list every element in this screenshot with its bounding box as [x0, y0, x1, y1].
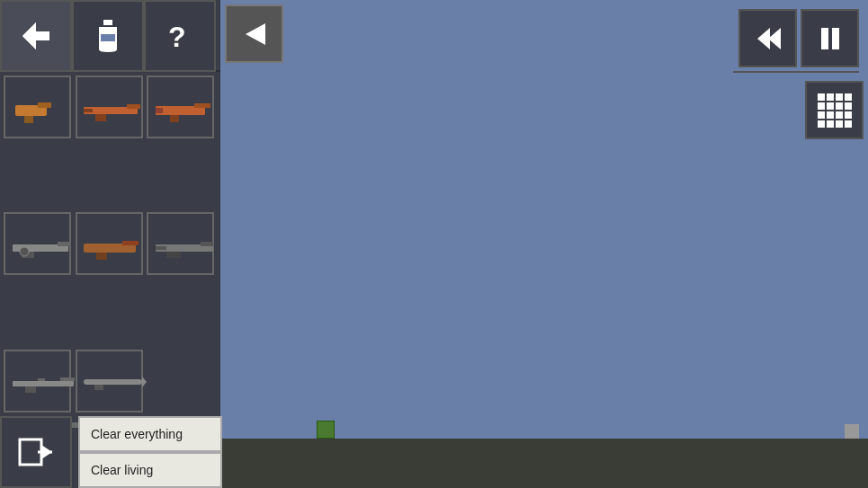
weapon-cell-rocket[interactable]	[76, 350, 143, 413]
help-button[interactable]: ?	[144, 0, 216, 72]
svg-marker-34	[246, 23, 265, 45]
svg-marker-1	[22, 22, 49, 49]
weapon-cell-rifle[interactable]	[76, 75, 143, 138]
pause-button[interactable]	[801, 9, 859, 67]
svg-point-19	[20, 247, 29, 256]
sidebar: ?	[0, 0, 220, 488]
entity	[845, 424, 859, 439]
svg-rect-30	[38, 378, 45, 381]
svg-rect-9	[95, 114, 106, 121]
rewind-button[interactable]	[738, 9, 797, 67]
svg-rect-18	[58, 242, 70, 246]
grid-button[interactable]	[805, 81, 864, 139]
back-button[interactable]	[225, 4, 283, 63]
svg-rect-38	[832, 28, 839, 49]
svg-rect-14	[194, 103, 210, 108]
svg-rect-6	[24, 116, 33, 123]
weapon-cell-sniper[interactable]	[4, 350, 71, 413]
weapon-cell-pistol[interactable]	[4, 75, 71, 138]
svg-rect-22	[122, 241, 139, 245]
svg-rect-21	[96, 253, 107, 260]
green-object	[317, 421, 335, 439]
weapon-cell-mg[interactable]	[147, 212, 214, 275]
clear-everything-button[interactable]: Clear everything	[78, 416, 222, 452]
svg-rect-13	[170, 115, 179, 122]
transport-controls	[729, 4, 864, 76]
context-menu: Clear everything Clear living	[78, 416, 222, 488]
weapon-cell-smg[interactable]	[147, 75, 214, 138]
weapon-cell-lmg[interactable]	[4, 212, 71, 275]
ground	[220, 439, 868, 488]
svg-rect-28	[25, 386, 36, 393]
svg-rect-15	[156, 108, 163, 113]
svg-rect-2	[103, 20, 112, 25]
svg-marker-36	[768, 28, 781, 49]
svg-rect-7	[38, 102, 51, 108]
svg-rect-10	[127, 104, 140, 109]
svg-rect-37	[821, 28, 828, 49]
svg-rect-26	[156, 246, 166, 250]
top-toolbar: ?	[0, 0, 220, 72]
svg-rect-29	[60, 377, 75, 381]
svg-marker-32	[142, 377, 147, 387]
svg-rect-27	[13, 381, 74, 386]
exit-button[interactable]	[0, 416, 72, 488]
svg-rect-25	[201, 242, 213, 246]
weapon-cell-shotgun[interactable]	[76, 212, 143, 275]
carry-button[interactable]	[72, 0, 144, 72]
svg-text:?: ?	[168, 21, 186, 53]
clear-living-button[interactable]: Clear living	[78, 452, 222, 488]
svg-marker-35	[757, 28, 770, 49]
svg-rect-31	[84, 379, 142, 385]
svg-rect-3	[101, 34, 115, 41]
svg-rect-24	[166, 252, 181, 258]
svg-rect-11	[84, 109, 93, 112]
grid-icon	[818, 93, 852, 128]
svg-rect-33	[94, 385, 103, 390]
progress-bar[interactable]	[733, 71, 859, 73]
swap-button[interactable]	[0, 0, 72, 72]
